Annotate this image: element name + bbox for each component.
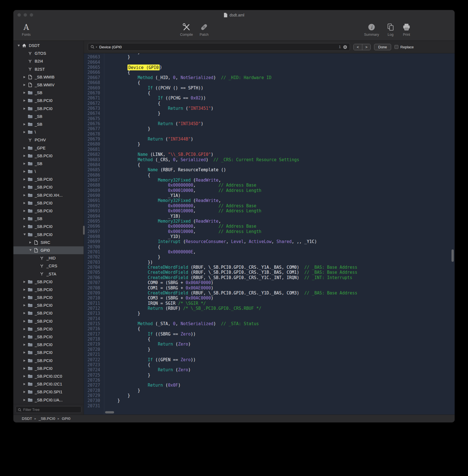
disclosure-triangle[interactable] (28, 241, 33, 244)
disclosure-triangle[interactable] (22, 399, 27, 401)
disclosure-triangle[interactable] (22, 194, 27, 196)
disclosure-triangle[interactable] (22, 123, 27, 125)
tree-item-gpe[interactable]: _GPE (13, 144, 84, 152)
horizontal-scrollbar-thumb[interactable] (105, 411, 114, 413)
tree-item-sb-pci0-i2c0[interactable]: _SB.PCI0.I2C0 (13, 372, 84, 380)
tree-item-sb-pci0[interactable]: _SB.PCI0 (13, 175, 84, 183)
disclosure-triangle[interactable] (22, 178, 27, 180)
disclosure-triangle[interactable] (22, 383, 27, 385)
tree-item-sb-pci0[interactable]: _SB.PCI0 (13, 309, 84, 317)
tree-item-sb-pci0[interactable]: _SB.PCI0 (13, 325, 84, 333)
tree-item-sb-pci0[interactable]: _SB.PCI0 (13, 333, 84, 341)
tree-item-sb[interactable]: _SB (13, 215, 84, 223)
tree-item-sb-pci0[interactable]: _SB.PCI0 (13, 357, 84, 365)
tree-item-sb-pci0[interactable]: _SB.PCI0 (13, 294, 84, 301)
compile-button[interactable]: Compile (177, 22, 196, 37)
disclosure-triangle[interactable] (22, 84, 27, 86)
code-editor[interactable]: 20662 }20663 }2066420665 Device (GPI0)20… (84, 53, 455, 415)
vertical-scrollbar-thumb[interactable] (452, 249, 454, 262)
tree-item-sb-pci0[interactable]: _SB.PCI0 (13, 152, 84, 160)
disclosure-triangle[interactable] (22, 234, 27, 235)
tree-item-gtos[interactable]: GTOS (13, 49, 84, 57)
tree-item-sb-pci0[interactable]: _SB.PCI0 (13, 341, 84, 349)
disclosure-triangle[interactable] (22, 155, 27, 157)
tree-item-sb-pci0[interactable]: _SB.PCI0 (13, 183, 84, 191)
tree-item-sb-pci0[interactable]: _SB.PCI0 (13, 286, 84, 294)
disclosure-triangle[interactable] (22, 99, 27, 102)
tree-item-sb-pci0[interactable]: _SB.PCI0 (13, 317, 84, 325)
disclosure-triangle[interactable] (22, 296, 27, 299)
disclosure-triangle[interactable] (22, 344, 27, 346)
tree-item-sb[interactable]: _SB (13, 113, 84, 120)
tree-item-b2i4[interactable]: B2I4 (13, 57, 84, 65)
tree-item-[interactable]: \ (13, 168, 84, 175)
tree-item-gpi0[interactable]: GPI0 (13, 246, 84, 254)
tree-item-sirc[interactable]: SIRC (13, 239, 84, 246)
tree-item-pchv[interactable]: PCHV (13, 136, 84, 144)
disclosure-triangle[interactable] (22, 76, 27, 78)
print-button[interactable]: Print (399, 22, 414, 37)
disclosure-triangle[interactable] (22, 202, 27, 204)
tree-item-sb-pci0-i2c1[interactable]: _SB.PCI0.I2C1 (13, 380, 84, 388)
tree-item-dsdt[interactable]: DSDT (13, 42, 84, 49)
tree-item-sb-pci0[interactable]: _SB.PCI0 (13, 278, 84, 286)
breadcrumb-item[interactable]: GPI0 (62, 416, 70, 421)
disclosure-triangle[interactable] (22, 351, 27, 354)
tree-item-sb-wmib[interactable]: _SB.WMIB (13, 73, 84, 81)
tree-item-sb-pci0-xh[interactable]: _SB.PCI0.XH... (13, 191, 84, 199)
disclosure-triangle[interactable] (22, 92, 27, 94)
breadcrumb-item[interactable]: _SB.PCI0 (39, 416, 55, 421)
disclosure-triangle[interactable] (22, 281, 27, 283)
disclosure-triangle[interactable] (22, 289, 27, 291)
next-match-button[interactable]: > (362, 44, 370, 50)
titlebar[interactable]: dsdt.aml (13, 10, 455, 20)
disclosure-triangle[interactable] (22, 304, 27, 306)
tree-item-sb-wmiv[interactable]: _SB.WMIV (13, 81, 84, 89)
disclosure-triangle[interactable] (22, 312, 27, 314)
tree-item-sb-pci0[interactable]: _SB.PCI0 (13, 199, 84, 207)
disclosure-triangle[interactable] (22, 170, 27, 173)
disclosure-triangle[interactable] (22, 210, 27, 212)
tree-item-sb-pci0[interactable]: _SB.PCI0 (13, 301, 84, 309)
tree-item-sta[interactable]: _STA (13, 270, 84, 278)
tree-item-sb-pci0[interactable]: _SB.PCI0 (13, 207, 84, 215)
disclosure-triangle[interactable] (22, 225, 27, 228)
search-scope-chevron-icon[interactable]: ▾ (96, 46, 97, 48)
summary-button[interactable]: i Summary (362, 22, 381, 37)
previous-match-button[interactable]: < (354, 44, 362, 50)
tree-item-sb-pci0-spi1[interactable]: _SB.PCI0.SPI1 (13, 388, 84, 396)
tree-item-sb[interactable]: _SB (13, 89, 84, 97)
tree-item-sb[interactable]: _SB (13, 160, 84, 168)
tree-item-crs[interactable]: _CRS (13, 262, 84, 270)
clear-search-icon[interactable] (343, 45, 347, 49)
disclosure-triangle[interactable] (16, 45, 21, 47)
disclosure-triangle[interactable] (22, 131, 27, 133)
tree-item-sb-pci0[interactable]: _SB.PCI0 (13, 97, 84, 104)
tree-item-sb-pci0[interactable]: _SB.PCI0 (13, 105, 84, 113)
tree-item-b2st[interactable]: B2ST (13, 65, 84, 73)
disclosure-triangle[interactable] (22, 328, 27, 330)
search-field[interactable]: ▾ Device (GPI0 1 (88, 43, 350, 51)
disclosure-triangle[interactable] (22, 108, 27, 110)
disclosure-triangle[interactable] (22, 186, 27, 188)
disclosure-triangle[interactable] (22, 360, 27, 362)
disclosure-triangle[interactable] (28, 249, 33, 251)
disclosure-triangle[interactable] (22, 336, 27, 338)
filter-tree-input[interactable] (16, 406, 81, 413)
tree-item-sb-pci0[interactable]: _SB.PCI0 (13, 223, 84, 230)
disclosure-triangle[interactable] (22, 320, 27, 322)
log-button[interactable]: Log (384, 22, 397, 37)
done-button[interactable]: Done (374, 44, 391, 50)
pane-splitter-handle[interactable] (83, 226, 85, 235)
tree-item-sb-pci0[interactable]: _SB.PCI0 (13, 231, 84, 239)
tree-item-[interactable]: \ (13, 128, 84, 136)
disclosure-triangle[interactable] (22, 391, 27, 393)
tree-item-hid[interactable]: _HID (13, 254, 84, 262)
patch-button[interactable]: Patch (197, 22, 211, 37)
disclosure-triangle[interactable] (22, 367, 27, 370)
disclosure-triangle[interactable] (22, 218, 27, 220)
disclosure-triangle[interactable] (22, 163, 27, 165)
disclosure-triangle[interactable] (22, 147, 27, 149)
breadcrumb-item[interactable]: DSDT (22, 416, 32, 421)
tree-item-sb-pci0-ua[interactable]: _SB.PCI0.UA... (13, 396, 84, 404)
